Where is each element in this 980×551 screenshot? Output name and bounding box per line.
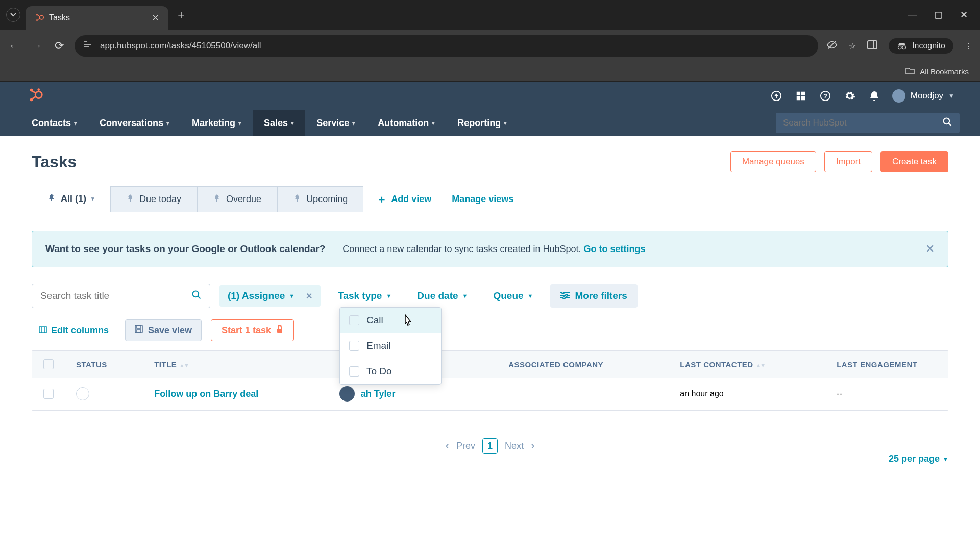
start-task-button[interactable]: Start 1 task: [211, 319, 294, 341]
nav-conversations[interactable]: Conversations▾: [88, 110, 181, 136]
task-search[interactable]: [32, 284, 210, 308]
select-all-checkbox[interactable]: [43, 359, 54, 369]
browser-menu-icon[interactable]: ⋮: [965, 41, 973, 51]
back-button[interactable]: ←: [7, 39, 21, 53]
svg-point-12: [902, 46, 906, 49]
row-checkbox[interactable]: [43, 389, 54, 399]
global-search-input[interactable]: [783, 118, 942, 128]
nav-marketing[interactable]: Marketing▾: [181, 110, 253, 136]
svg-rect-30: [130, 199, 131, 202]
page-number-current[interactable]: 1: [482, 438, 498, 454]
chevron-down-icon: ▼: [289, 293, 295, 299]
search-icon[interactable]: [942, 117, 952, 130]
create-task-button[interactable]: Create task: [880, 151, 948, 172]
svg-rect-46: [137, 330, 141, 333]
svg-line-17: [33, 91, 37, 94]
company-cell: [497, 378, 669, 410]
visibility-off-icon[interactable]: [826, 39, 838, 53]
side-panel-icon[interactable]: [867, 40, 877, 52]
lock-icon: [276, 325, 283, 336]
browser-tab[interactable]: Tasks ✕: [26, 6, 168, 30]
view-tab-upcoming[interactable]: Upcoming: [277, 186, 363, 212]
per-page-selector[interactable]: 25 per page ▼: [889, 454, 948, 464]
checkbox[interactable]: [349, 315, 359, 325]
svg-rect-23: [797, 96, 800, 100]
view-tab-overdue[interactable]: Overdue: [197, 186, 277, 212]
col-status[interactable]: STATUS: [65, 351, 143, 378]
svg-point-27: [944, 118, 950, 124]
edit-columns-button[interactable]: Edit columns: [32, 320, 116, 341]
manage-views-link[interactable]: Manage views: [452, 194, 513, 205]
task-title-link[interactable]: Follow up on Barry deal: [143, 378, 328, 410]
pin-icon: [213, 194, 221, 205]
help-icon[interactable]: ?: [819, 89, 832, 103]
marketplace-icon[interactable]: [794, 89, 807, 103]
page-title: Tasks: [32, 153, 77, 171]
chevron-down-icon: ▼: [943, 456, 948, 462]
prev-page-button[interactable]: Prev: [456, 441, 475, 452]
import-button[interactable]: Import: [824, 151, 872, 172]
close-tab-icon[interactable]: ✕: [152, 12, 159, 23]
address-bar[interactable]: app.hubspot.com/tasks/45105500/view/all: [75, 35, 818, 57]
bookmark-star-icon[interactable]: ☆: [849, 41, 856, 51]
tab-list-dropdown[interactable]: [6, 8, 20, 22]
all-bookmarks-link[interactable]: All Bookmarks: [920, 67, 969, 76]
col-last-contacted[interactable]: LAST CONTACTED ▲▼: [669, 351, 825, 378]
filter-assignee[interactable]: (1) Assignee ▼ ✕: [219, 285, 321, 307]
tab-title: Tasks: [49, 13, 146, 22]
add-view-button[interactable]: ＋ Add view: [377, 192, 431, 206]
nav-sales[interactable]: Sales▾: [253, 110, 305, 136]
next-page-icon[interactable]: ›: [531, 439, 534, 453]
save-view-button[interactable]: Save view: [125, 319, 202, 341]
col-title[interactable]: TITLE ▲▼: [143, 351, 328, 378]
task-type-option-email[interactable]: Email: [340, 333, 441, 359]
nav-automation[interactable]: Automation▾: [366, 110, 446, 136]
incognito-indicator[interactable]: Incognito: [889, 38, 953, 54]
task-type-option-call[interactable]: Call: [340, 308, 441, 333]
table-row[interactable]: Follow up on Barry deal ah Tyler an hour…: [32, 378, 948, 410]
next-page-button[interactable]: Next: [505, 441, 524, 452]
col-last-engagement[interactable]: LAST ENGAGEMENT: [825, 351, 948, 378]
filter-due-date[interactable]: Due date ▼: [409, 285, 476, 307]
view-tab-all[interactable]: All (1) ▾: [32, 186, 110, 212]
contact-link[interactable]: ah Tyler: [361, 389, 396, 399]
clear-assignee-filter-icon[interactable]: ✕: [306, 291, 312, 301]
close-window-icon[interactable]: ✕: [960, 9, 968, 20]
hubspot-logo[interactable]: [29, 87, 44, 105]
manage-queues-button[interactable]: Manage queues: [730, 151, 816, 172]
svg-text:?: ?: [823, 92, 827, 100]
task-type-option-todo[interactable]: To Do: [340, 359, 441, 384]
checkbox[interactable]: [349, 341, 359, 351]
reload-button[interactable]: ⟳: [52, 39, 66, 53]
site-info-icon[interactable]: [84, 41, 93, 51]
nav-service[interactable]: Service▾: [305, 110, 366, 136]
prev-page-icon[interactable]: ‹: [446, 439, 449, 453]
settings-gear-icon[interactable]: [843, 89, 856, 103]
save-icon: [135, 325, 143, 336]
col-associated-company[interactable]: ASSOCIATED COMPANY: [497, 351, 669, 378]
banner-go-to-settings-link[interactable]: Go to settings: [584, 244, 646, 254]
nav-contacts[interactable]: Contacts▾: [20, 110, 88, 136]
minimize-icon[interactable]: —: [908, 9, 917, 20]
search-icon[interactable]: [191, 290, 202, 303]
filter-queue[interactable]: Queue ▼: [485, 285, 541, 307]
checkbox[interactable]: [349, 366, 359, 377]
new-tab-button[interactable]: ＋: [176, 7, 187, 22]
svg-rect-22: [801, 92, 805, 95]
status-toggle[interactable]: [76, 387, 89, 400]
nav-reporting[interactable]: Reporting▾: [446, 110, 518, 136]
svg-line-34: [198, 296, 201, 298]
svg-rect-31: [216, 199, 217, 202]
user-menu[interactable]: Moodjoy ▼: [892, 89, 954, 103]
svg-point-0: [40, 16, 44, 20]
banner-close-icon[interactable]: ✕: [925, 242, 935, 256]
maximize-icon[interactable]: ▢: [934, 9, 943, 20]
global-search[interactable]: [776, 113, 960, 133]
filter-task-type[interactable]: Task type ▼: [330, 285, 400, 307]
task-search-input[interactable]: [40, 290, 191, 302]
svg-rect-44: [135, 325, 142, 333]
view-tab-due-today[interactable]: Due today: [110, 186, 197, 212]
more-filters-button[interactable]: More filters: [550, 284, 637, 308]
upgrade-icon[interactable]: [770, 89, 783, 103]
notifications-bell-icon[interactable]: [868, 89, 881, 103]
